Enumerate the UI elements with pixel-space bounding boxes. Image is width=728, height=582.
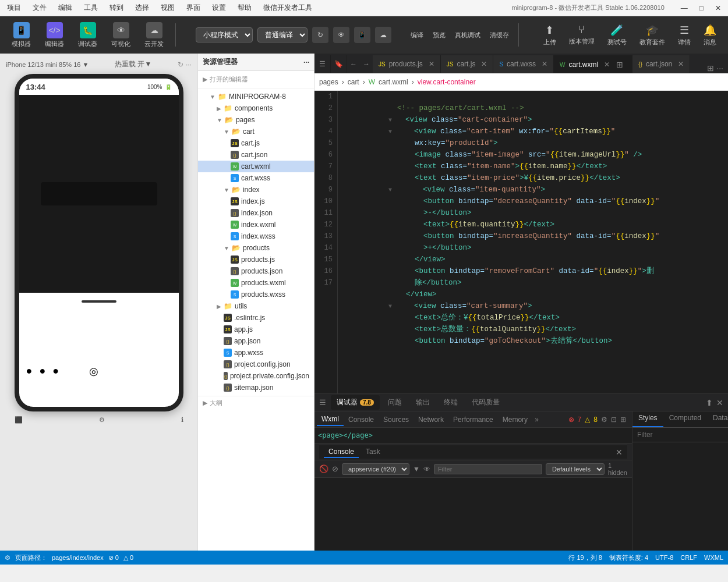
tab-cart-json[interactable]: {} cart.json ✕ [632, 55, 690, 73]
status-settings-icon[interactable]: ⚙ [5, 554, 10, 562]
tab-bookmark-icon[interactable]: 🔖 [331, 55, 347, 73]
devtools-tabs-more[interactable]: » [535, 416, 539, 424]
message-button[interactable]: 🔔 消息 [699, 22, 721, 49]
menu-item-interface[interactable]: 界面 [184, 2, 203, 14]
window-minimize[interactable]: — [678, 3, 690, 13]
split-editor-icon[interactable]: ⊞ [613, 60, 626, 69]
bread-pages[interactable]: pages [319, 78, 338, 86]
sim-expand-icon[interactable]: ⬛ [15, 416, 23, 424]
fold-btn-7[interactable]: ▼ [388, 184, 395, 196]
console-close-btn[interactable]: ✕ [616, 448, 623, 457]
console-level-select[interactable]: Default levels [546, 463, 605, 475]
cart-wxml-tab-close[interactable]: ✕ [604, 61, 610, 69]
code-editor[interactable]: 1 2 3 4 5 6 7 8 9 10 11 12 13 14 15 16 1… [314, 91, 728, 393]
test-button[interactable]: 🧪 测试号 [603, 22, 631, 49]
debugger-button[interactable]: 🐛 调试器 [73, 20, 102, 51]
file-tree-more-icon[interactable]: ··· [303, 58, 309, 66]
sidebar-item-products-wxml[interactable]: W products.wxml [198, 277, 314, 289]
console-eye-icon[interactable]: 👁 [423, 465, 430, 473]
console-tab-task[interactable]: Task [361, 446, 385, 458]
menu-item-edit[interactable]: 编辑 [56, 2, 75, 14]
devtools-tab-output[interactable]: 输出 [410, 395, 436, 410]
refresh-button[interactable]: ↻ [312, 27, 328, 43]
panel-close-icon[interactable]: ✕ [716, 398, 723, 407]
device-label[interactable]: iPhone 12/13 mini 85% 16 ▼ [6, 61, 89, 68]
simulator-button[interactable]: 📱 模拟器 [7, 20, 36, 51]
dt-tab-performance[interactable]: Performance [448, 414, 498, 425]
outline-section[interactable]: ▶ 大纲 [198, 396, 314, 410]
sidebar-item-index-js[interactable]: JS index.js [198, 196, 314, 207]
window-maximize[interactable]: □ [697, 3, 706, 13]
console-clear-icon[interactable]: 🚫 [319, 464, 328, 473]
sim-more-icon[interactable]: ··· [186, 61, 192, 69]
sidebar-item-index-wxss[interactable]: S index.wxss [198, 230, 314, 242]
eye-button[interactable]: 👁 [333, 27, 349, 43]
root-folder-item[interactable]: ▼ 📁 MINIPROGRAM-8 [198, 91, 314, 102]
cloud-save-button[interactable]: ☁ [375, 27, 391, 43]
panel-expand-icon[interactable]: ⬆ [706, 398, 713, 407]
devtools-menu-icon[interactable]: ☰ [319, 398, 326, 407]
devtools-settings-icon[interactable]: ⚙ [601, 416, 607, 424]
sidebar-item-pages[interactable]: ▼ 📂 pages [198, 114, 314, 126]
edu-button[interactable]: 🎓 教育套件 [635, 22, 670, 49]
sidebar-item-eslintrc[interactable]: JS .eslintrc.js [198, 312, 314, 324]
styles-tab-computed[interactable]: Computed [663, 411, 707, 427]
mode-select[interactable]: 小程序模式 [196, 27, 253, 42]
bread-view-container[interactable]: view.cart-container [418, 78, 476, 86]
console-filter-input[interactable] [434, 464, 542, 474]
nav-forward-icon[interactable]: → [360, 55, 373, 73]
console-stop-icon[interactable]: ⊘ [332, 464, 338, 473]
cart-json-tab-close[interactable]: ✕ [678, 60, 684, 68]
menu-item-select[interactable]: 选择 [133, 2, 151, 14]
fold-btn-2[interactable]: ▼ [388, 115, 395, 126]
cart-wxss-tab-close[interactable]: ✕ [542, 60, 547, 68]
dt-tab-network[interactable]: Network [414, 414, 448, 425]
code-content[interactable]: <!-- pages/cart/cart.wxml --> ▼ <view cl… [338, 91, 728, 393]
sidebar-item-cart[interactable]: ▼ 📂 cart [198, 126, 314, 137]
devtools-inspect-icon[interactable]: ⊡ [611, 416, 617, 424]
sidebar-item-cart-wxss[interactable]: S cart.wxss [198, 172, 314, 184]
menu-item-settings[interactable]: 设置 [210, 2, 228, 14]
tab-cart-js[interactable]: JS cart.js ✕ [441, 55, 494, 73]
sim-info-icon[interactable]: ℹ [181, 416, 183, 424]
devtools-fullscreen-icon[interactable]: ⊞ [620, 416, 626, 424]
bread-cart-wxml[interactable]: cart.wxml [379, 78, 408, 86]
products-js-tab-close[interactable]: ✕ [429, 60, 434, 68]
sidebar-item-index[interactable]: ▼ 📂 index [198, 184, 314, 196]
styles-tab-styles[interactable]: Styles [632, 411, 663, 427]
detail-button[interactable]: ☰ 详情 [673, 22, 695, 49]
visual-button[interactable]: 👁 可视化 [107, 20, 135, 51]
sidebar-item-products-json[interactable]: {} products.json [198, 265, 314, 277]
sidebar-item-app-wxss[interactable]: S app.wxss [198, 347, 314, 359]
bread-cart[interactable]: cart [348, 78, 359, 86]
hot-reload-label[interactable]: 热重载 开▼ [115, 59, 151, 69]
devtools-tab-terminal[interactable]: 终端 [438, 395, 464, 410]
real-button[interactable]: 📱 [354, 27, 370, 43]
fold-btn-3[interactable]: ▼ [388, 126, 395, 138]
compile-select[interactable]: 普通编译 [257, 27, 308, 42]
tab-layout-icon[interactable]: ⊞ [707, 63, 714, 73]
dt-tab-wxml[interactable]: Wxml [317, 413, 344, 426]
devtools-tab-qrcode[interactable]: 代码质量 [466, 395, 506, 410]
fold-btn-14[interactable]: ▼ [388, 301, 395, 313]
menu-item-goto[interactable]: 转到 [107, 2, 126, 14]
sidebar-item-app-json[interactable]: {} app.json [198, 335, 314, 347]
dt-tab-memory[interactable]: Memory [498, 414, 532, 425]
tab-menu-icon[interactable]: ☰ [314, 55, 331, 73]
sidebar-item-cart-wxml[interactable]: W cart.wxml [198, 161, 314, 172]
sidebar-item-index-wxml[interactable]: W index.wxml [198, 219, 314, 230]
sidebar-item-cart-json[interactable]: {} cart.json [198, 149, 314, 161]
menu-item-file[interactable]: 文件 [30, 2, 49, 14]
menu-item-project[interactable]: 项目 [5, 2, 23, 14]
open-editors-label[interactable]: ▶ 打开的编辑器 [198, 73, 314, 86]
sidebar-item-components[interactable]: ▶ 📁 components [198, 102, 314, 114]
upload-button[interactable]: ⬆ 上传 [539, 22, 561, 49]
menu-item-tool[interactable]: 工具 [82, 2, 100, 14]
sidebar-item-utils[interactable]: ▶ 📁 utils [198, 300, 314, 312]
tab-cart-wxss[interactable]: S cart.wxss ✕ [493, 55, 554, 73]
sidebar-item-app-js[interactable]: JS app.js [198, 324, 314, 335]
tab-more-icon[interactable]: ··· [716, 63, 723, 73]
sidebar-item-products-js[interactable]: JS products.js [198, 254, 314, 265]
tab-products-js[interactable]: JS products.js ✕ [373, 55, 441, 73]
nav-back-icon[interactable]: ← [347, 55, 360, 73]
